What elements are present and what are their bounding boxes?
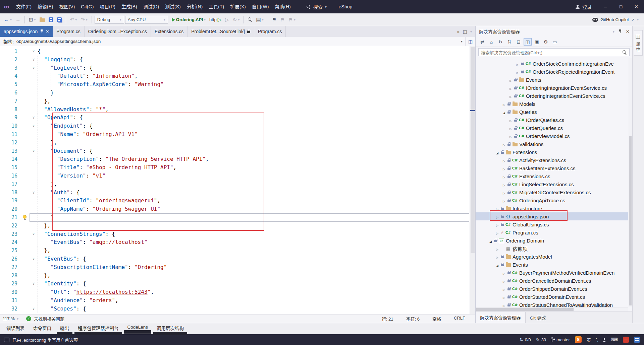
fold-marker-icon[interactable] [30,106,38,114]
show-all-files-icon[interactable]: ▣ [533,38,541,46]
chevron-down-icon[interactable]: ▾ [613,30,614,33]
tree-chevron-icon[interactable]: ▷ [515,61,520,67]
code-line[interactable]: 30 "Url": "https://localhost:5243", [0,288,475,296]
solution-configuration-dropdown[interactable]: Debug▾ [95,16,124,24]
tree-horizontal-scrollbar[interactable] [476,307,628,312]
tree-chevron-icon[interactable]: ▷ [508,93,513,99]
tree-item[interactable]: ▷Events [476,76,632,84]
code-line[interactable]: 12 }, [0,139,475,147]
tree-chevron-icon[interactable]: ▷ [501,198,506,203]
tree-chevron-icon[interactable]: ▷ [508,77,513,83]
pin-icon[interactable] [619,29,622,33]
github-copilot-button[interactable]: GitHub Copilot ↗ ▾ [592,17,641,22]
bottom-panel-tab[interactable]: 错误列表 [2,323,29,332]
tree-chevron-icon[interactable]: ◢ [495,149,500,155]
fold-marker-icon[interactable]: ∨ [30,230,38,238]
document-tab[interactable]: ProblemDet...SourceLink] [187,26,254,37]
tree-chevron-icon[interactable]: ▷ [501,101,506,107]
code-line[interactable]: 2∨ "Logging": { [0,56,475,64]
code-line[interactable]: 26∨ "EventBus": { [0,255,475,263]
code-line[interactable]: 31 "Audience": "orders", [0,296,475,305]
lightbulb-icon[interactable] [23,215,26,219]
tree-item[interactable]: ▷C#OrderStockRejectedIntegrationEvent [476,68,632,76]
code-line[interactable]: 6 } [0,89,475,97]
solution-platform-dropdown[interactable]: Any CPU▾ [125,16,168,24]
tree-chevron-icon[interactable]: ▷ [501,302,506,308]
code-line[interactable]: 9∨ "OpenApi": { [0,114,475,122]
code-line[interactable]: 10∨ "Endpoint": { [0,122,475,130]
tree-vertical-scrollbar[interactable] [628,58,632,307]
fold-marker-icon[interactable] [30,247,38,255]
code-line[interactable]: 24 "EventBus": "amqp://localhost" [0,238,475,247]
close-icon[interactable]: ✕ [46,29,49,34]
fold-marker-icon[interactable] [30,288,38,296]
code-line[interactable]: 27 "SubscriptionClientName": "Ordering" [0,263,475,272]
tree-item[interactable]: ▷{}appsettings.json [476,212,632,220]
code-line[interactable]: 19 "ClientId": "orderingswaggerui", [0,197,475,205]
search-control[interactable]: 搜索 ▾ [303,2,330,11]
tree-item[interactable]: ▷C#OrderQueries.cs [476,124,632,132]
menu-item[interactable]: 窗口(W) [249,0,272,13]
menu-item[interactable]: 生成(B) [118,0,140,13]
fold-marker-icon[interactable]: ∨ [30,280,38,288]
tree-item[interactable]: ▷C#GlobalUsings.cs [476,220,632,228]
home-icon[interactable]: ⌂ [487,38,495,46]
tree-chevron-icon[interactable]: ▷ [501,294,506,300]
menu-item[interactable]: 测试(S) [162,0,184,13]
tree-item[interactable]: ▷C#OrderViewModel.cs [476,132,632,140]
fold-marker-icon[interactable] [30,180,38,189]
open-file-button[interactable] [38,15,46,24]
fold-marker-icon[interactable] [30,97,38,106]
tree-item[interactable]: ▷C#Extensions.cs [476,172,632,180]
previous-bookmark-button[interactable]: ⚑ [279,15,286,24]
fold-marker-icon[interactable] [30,72,38,80]
menu-item[interactable]: 帮助(H) [272,0,293,13]
sync-icon[interactable]: ⇄ [478,38,486,46]
pin-icon[interactable] [40,29,43,33]
refresh-icon[interactable]: ↻ [496,38,504,46]
hot-reload-button[interactable]: ↻▾ [231,15,241,24]
fold-marker-icon[interactable]: ∨ [30,114,38,122]
tree-item[interactable]: ▷✓C#Program.cs [476,228,632,236]
code-line[interactable]: 4 "Default": "Information", [0,72,475,80]
fold-marker-icon[interactable] [30,130,38,139]
code-line[interactable]: 15 "Title": "eShop - Ordering HTTP API", [0,163,475,172]
tree-item[interactable]: ▷C#OrderingApiTrace.cs [476,196,632,204]
tool-window-tab[interactable]: 解决方案资源管理器 [476,312,526,323]
tree-chevron-icon[interactable]: ◢ [495,262,500,268]
scrollbar-thumb[interactable] [471,47,475,253]
menu-item[interactable]: 视图(V) [56,0,78,13]
tree-chevron-icon[interactable]: ▷ [501,141,506,147]
close-icon[interactable]: ✕ [626,29,630,34]
tree-chevron-icon[interactable]: ▷ [501,278,506,284]
menu-item[interactable]: 调试(D) [140,0,162,13]
code-line[interactable]: 21 } [0,213,475,222]
document-tab[interactable]: Program.cs [254,26,286,37]
code-line[interactable]: 20 "AppName": "Ordering Swagger UI" [0,205,475,213]
document-tab[interactable]: Extensions.cs [151,26,187,37]
document-outline-button[interactable]: ▤▾ [255,15,265,24]
tree-item[interactable]: ▷C#OrderCancelledDomainEvent.cs [476,277,632,285]
ime-punctuation-toggle[interactable]: ’, [596,337,598,342]
document-tab[interactable]: OrderingDom...Exception.cs [85,26,151,37]
tree-item[interactable]: ▷C#ActivityExtensions.cs [476,156,632,164]
tree-chevron-icon[interactable]: ▷ [501,165,506,171]
fold-marker-icon[interactable]: ∨ [30,47,38,56]
sort-icon[interactable]: ⇅ [505,38,514,46]
code-line[interactable]: 22 }, [0,222,475,230]
launch-profile-dropdown[interactable]: http ▷ [208,15,223,24]
code-line[interactable]: 29∨ "Identity": { [0,280,475,288]
fold-marker-icon[interactable] [30,238,38,247]
tree-chevron-icon[interactable]: ▷ [501,286,506,292]
tree-item[interactable]: ▷C#LinqSelectExtensions.cs [476,180,632,188]
tree-chevron-icon[interactable]: ▷ [501,157,506,163]
tree-chevron-icon[interactable]: ▷ [515,69,520,75]
start-debugging-button[interactable]: Ordering.API ▾ [170,15,207,24]
menu-item[interactable]: Git(G) [78,0,97,13]
navigate-back-button[interactable]: ←▾ [3,15,13,24]
menu-item[interactable]: 项目(P) [97,0,118,13]
fold-marker-icon[interactable] [30,205,38,213]
microphone-icon[interactable] [603,338,605,342]
ime-grid-icon[interactable] [634,337,640,343]
code-line[interactable]: 16 "Version": "v1" [0,172,475,180]
